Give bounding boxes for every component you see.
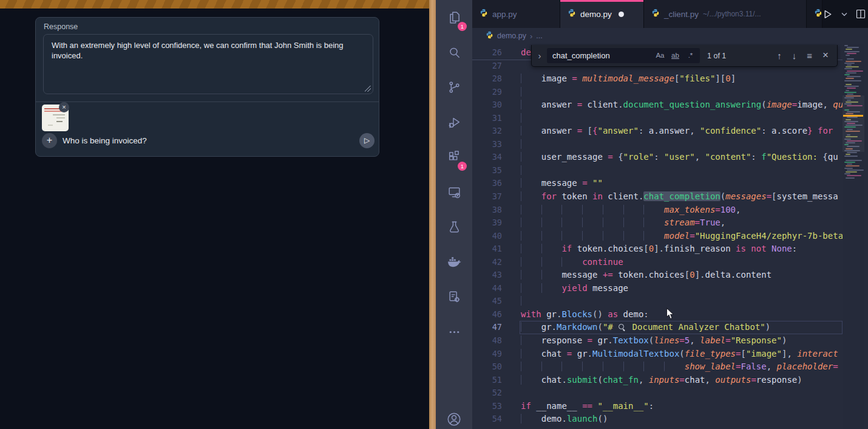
breadcrumb-file[interactable]: demo.py [497,32,526,40]
thumb-line [53,114,65,115]
code-line[interactable]: 34 user_message = {"role": "user", "cont… [472,151,843,164]
find-widget: › chat_completion Aa ab .* 1 of 1 ↑ ↓ ≡ [531,45,838,67]
code-line[interactable]: 43 message += token.choices[0].delta.con… [472,269,843,282]
activity-source-control-icon[interactable] [436,70,472,105]
code-editor[interactable]: 26def chat_fn(multimodal_message):2728 i… [472,44,868,429]
code-line[interactable]: 49 chat = gr.MultimodalTextbox(file_type… [472,348,843,361]
tab-app.py[interactable]: app.py [472,0,560,28]
minimap-line [846,165,860,166]
line-number: 52 [472,386,502,400]
minimap-viewport[interactable] [843,95,864,152]
code-line[interactable]: 29 [472,86,843,99]
code-line[interactable]: 53if __name__ == "__main__": [472,400,843,413]
code-line[interactable]: 52 [472,386,843,400]
regex-toggle[interactable]: .* [685,50,696,61]
minimap-line [847,76,861,77]
minimap-find-match [843,115,863,117]
code-line[interactable]: 37 for token in client.chat_completion(m… [472,190,843,204]
tab-label: app.py [492,10,517,19]
line-number: 45 [472,295,502,308]
window-divider [429,0,436,429]
tab-demo.py[interactable]: demo.py [560,0,644,28]
code-line[interactable]: 32 answer = [{"answer": a.answer, "confi… [472,125,843,138]
badge: 1 [458,22,467,31]
code-line[interactable]: 36 message = "" [472,177,843,190]
thumb-line [48,125,53,126]
activity-explorer-icon[interactable]: 1 [436,0,472,35]
code-line[interactable]: 44 yield message [472,282,843,295]
line-number: 41 [472,242,502,256]
code-line[interactable]: 42 continue [472,256,843,269]
send-button[interactable]: ▷ [359,133,375,148]
tab-_client.py[interactable]: _client.py~/.../python3.11/... [644,0,807,28]
activity-more-icon[interactable] [436,315,472,350]
code-text [521,86,541,99]
tab-partial[interactable] [807,0,822,28]
gradio-window: Response With an extremely high level of… [0,0,429,429]
code-line[interactable]: 45 [472,295,843,308]
find-expand-toggle[interactable]: › [535,50,544,61]
code-line[interactable]: 51 chat.submit(chat_fn, inputs=chat, out… [472,374,843,387]
code-line[interactable]: 28 image = multimodal_message["files"][0… [472,72,843,86]
find-input[interactable]: chat_completion Aa ab .* [547,48,700,63]
code-line[interactable]: 30 answer = client.document_question_ans… [472,98,843,112]
activity-account-icon[interactable] [436,402,472,429]
code-line[interactable]: 41 if token.choices[0].finish_reason is … [472,242,843,256]
resize-handle-icon[interactable] [365,86,371,92]
add-file-button[interactable]: + [42,133,57,148]
run-button[interactable] [822,9,833,19]
line-number: 53 [472,400,502,413]
attachment-close-button[interactable]: × [59,102,69,112]
line-number: 37 [472,190,502,204]
activity-remote-explorer-icon[interactable] [436,175,472,210]
minimap-line [844,45,848,46]
minimap-line [847,163,852,165]
response-textarea[interactable]: With an extremely high level of confiden… [43,34,373,94]
minimap-line [847,152,857,153]
code-line[interactable]: 54 demo.launch() [472,413,843,426]
activity-search-icon[interactable] [436,35,472,70]
line-number: 47 [472,321,502,334]
activity-extensions-icon[interactable]: 1 [436,140,472,175]
python-icon [568,9,576,19]
breadcrumb-ellipsis[interactable]: ... [536,32,542,40]
line-number: 42 [472,256,502,269]
line-number: 39 [472,216,502,230]
code-line[interactable]: 55 [472,426,843,429]
code-text: stream=True, [521,216,725,230]
run-dropdown-chevron-icon[interactable] [841,12,847,16]
code-line[interactable]: 46with gr.Blocks() as demo: [472,308,843,321]
find-next-icon[interactable]: ↓ [792,50,797,61]
find-previous-icon[interactable]: ↑ [777,50,782,61]
code-line[interactable]: 31 [472,112,843,125]
find-close-icon[interactable]: × [822,50,829,61]
line-number: 43 [472,269,502,282]
activity-snippets-icon[interactable] [436,280,472,315]
minimap-line [847,58,854,60]
plus-icon: + [47,135,52,145]
modified-dot-icon [619,12,624,17]
vscode-main: app.py demo.py _client.py~/.../python3.1… [472,0,868,429]
activity-run-debug-icon[interactable] [436,105,472,140]
minimap[interactable] [843,44,864,429]
code-line[interactable]: 38 max_tokens=100, [472,204,843,217]
match-case-toggle[interactable]: Aa [654,50,666,61]
code-line[interactable]: 40 model="HuggingFaceH4/zephyr-7b-beta [472,230,843,243]
split-editor-icon[interactable] [856,9,866,19]
code-text: image = multimodal_message["files"][0] [521,72,736,86]
activity-docker-icon[interactable] [436,245,472,280]
breadcrumb: demo.py › ... [472,28,868,44]
code-text: max_tokens=100, [521,204,741,217]
whole-word-toggle[interactable]: ab [670,50,681,61]
code-rows: 26def chat_fn(multimodal_message):2728 i… [472,46,843,429]
code-line[interactable]: 33 [472,138,843,151]
activity-testing-icon[interactable] [436,210,472,245]
minimap-line [846,160,862,161]
code-line[interactable]: 48 response = gr.Textbox(lines=5, label=… [472,334,843,348]
find-in-selection-icon[interactable]: ≡ [807,50,812,61]
code-line[interactable]: 39 stream=True, [472,216,843,230]
chat-input[interactable]: Who is being invoiced? [63,136,147,145]
code-line[interactable]: 50 show_label=False, placeholder= [472,360,843,374]
code-line[interactable]: 35 [472,164,843,177]
line-number: 28 [472,72,502,86]
